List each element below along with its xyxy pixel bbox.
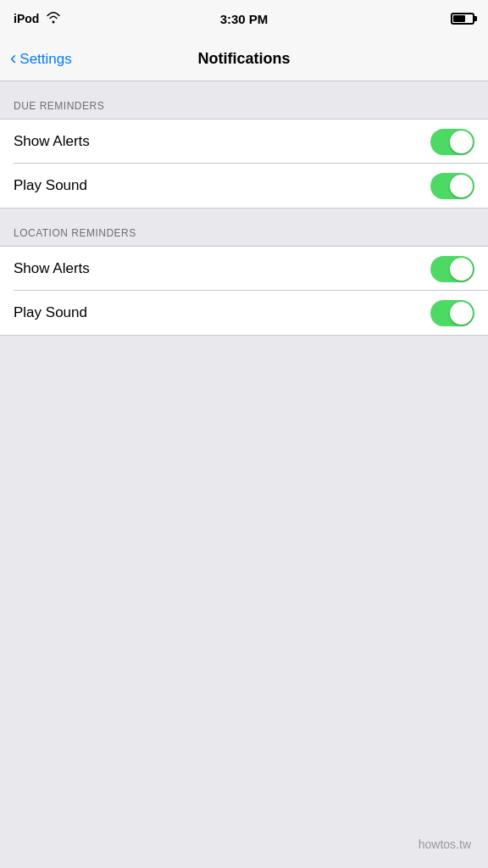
status-right (451, 13, 474, 25)
due-show-alerts-knob (450, 131, 473, 153)
watermark: howtos.tw (419, 837, 471, 851)
battery-icon (451, 13, 474, 25)
carrier-label: iPod (14, 12, 39, 25)
due-reminders-group: Show Alerts Play Sound (0, 119, 488, 209)
loc-play-sound-row: Play Sound (0, 291, 488, 335)
back-chevron-icon: ‹ (10, 49, 16, 68)
due-play-sound-row: Play Sound (0, 164, 488, 208)
loc-show-alerts-toggle[interactable] (430, 256, 474, 282)
back-button[interactable]: ‹ Settings (10, 50, 72, 68)
due-play-sound-knob (450, 175, 473, 198)
due-show-alerts-toggle[interactable] (430, 129, 474, 155)
due-play-sound-toggle[interactable] (430, 173, 474, 199)
status-left: iPod (14, 12, 61, 26)
loc-show-alerts-knob (450, 258, 473, 281)
location-reminders-section: LOCATION REMINDERS Show Alerts Play Soun… (0, 209, 488, 336)
due-show-alerts-row: Show Alerts (0, 120, 488, 164)
due-reminders-header: DUE REMINDERS (0, 81, 488, 119)
loc-play-sound-label: Play Sound (14, 304, 87, 321)
location-reminders-group: Show Alerts Play Sound (0, 246, 488, 336)
wifi-icon (46, 12, 61, 26)
loc-play-sound-toggle[interactable] (430, 300, 474, 326)
back-label: Settings (19, 51, 71, 68)
location-reminders-header: LOCATION REMINDERS (0, 209, 488, 246)
due-reminders-section: DUE REMINDERS Show Alerts Play Sound (0, 81, 488, 209)
loc-show-alerts-label: Show Alerts (14, 260, 90, 277)
battery-fill (453, 15, 465, 22)
due-show-alerts-label: Show Alerts (14, 133, 90, 150)
nav-bar: ‹ Settings Notifications (0, 37, 488, 81)
status-time: 3:30 PM (220, 12, 269, 26)
settings-content: DUE REMINDERS Show Alerts Play Sound LOC… (0, 81, 488, 336)
page-title: Notifications (197, 50, 290, 68)
due-play-sound-label: Play Sound (14, 177, 87, 194)
status-bar: iPod 3:30 PM (0, 0, 488, 37)
loc-show-alerts-row: Show Alerts (0, 247, 488, 291)
loc-play-sound-knob (450, 302, 473, 325)
